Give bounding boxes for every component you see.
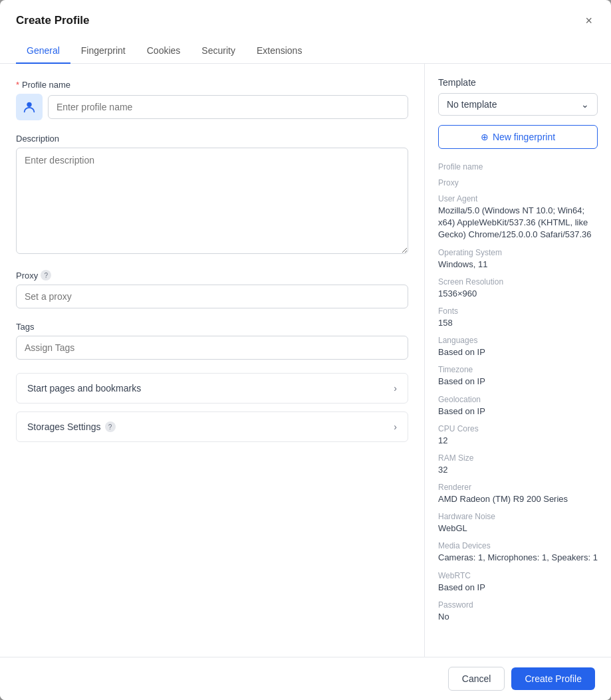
fp-media-devices: Media Devices Cameras: 1, Microphones: 1…	[438, 541, 598, 564]
tab-cookies[interactable]: Cookies	[136, 39, 191, 64]
modal-footer: Cancel Create Profile	[0, 657, 611, 700]
template-label: Template	[438, 77, 598, 88]
template-value: No template	[447, 99, 497, 110]
tags-label: Tags	[16, 322, 408, 332]
start-pages-row[interactable]: Start pages and bookmarks ›	[16, 373, 408, 404]
proxy-help-icon[interactable]: ?	[41, 270, 51, 281]
description-input[interactable]	[16, 148, 408, 254]
modal-body: * Profile name Description	[0, 64, 611, 657]
create-profile-modal: Create Profile × General Fingerprint Coo…	[0, 0, 611, 700]
profile-name-input[interactable]	[48, 95, 408, 119]
new-fingerprint-button[interactable]: ⊕ New fingerprint	[438, 125, 598, 149]
description-label: Description	[16, 134, 408, 144]
fp-password: Password No	[438, 600, 598, 623]
fp-user-agent: User Agent Mozilla/5.0 (Windows NT 10.0;…	[438, 194, 598, 241]
tags-input[interactable]	[16, 336, 408, 360]
fp-profile-name: Profile name	[438, 162, 598, 172]
avatar-icon[interactable]	[16, 94, 43, 120]
description-section: Description	[16, 134, 408, 257]
storages-help-icon[interactable]: ?	[105, 421, 116, 432]
fp-cpu: CPU Cores 12	[438, 424, 598, 447]
fp-ram: RAM Size 32	[438, 453, 598, 476]
storages-settings-row[interactable]: Storages Settings ? ›	[16, 411, 408, 442]
proxy-input[interactable]	[16, 285, 408, 308]
chevron-down-icon: ⌄	[581, 99, 589, 110]
chevron-right-icon: ›	[394, 383, 397, 394]
start-pages-label: Start pages and bookmarks	[27, 383, 141, 394]
fp-hardware-noise: Hardware Noise WebGL	[438, 512, 598, 534]
fp-os: Operating System Windows, 11	[438, 248, 598, 271]
fp-languages: Languages Based on IP	[438, 336, 598, 358]
storages-label: Storages Settings ?	[27, 421, 116, 432]
fp-renderer: Renderer AMD Radeon (TM) R9 200 Series	[438, 483, 598, 505]
modal-title: Create Profile	[16, 14, 90, 27]
fp-timezone: Timezone Based on IP	[438, 365, 598, 388]
profile-name-row	[16, 94, 408, 120]
fp-webrtc: WebRTC Based on IP	[438, 571, 598, 594]
fingerprint-details: Profile name Proxy User Agent Mozilla/5.…	[438, 162, 598, 623]
tabs-bar: General Fingerprint Cookies Security Ext…	[0, 39, 611, 64]
tab-security[interactable]: Security	[191, 39, 246, 64]
svg-point-0	[27, 102, 31, 107]
main-panel: * Profile name Description	[0, 64, 425, 657]
fp-fonts: Fonts 158	[438, 306, 598, 329]
template-select[interactable]: No template ⌄	[438, 93, 598, 116]
create-profile-button[interactable]: Create Profile	[511, 667, 595, 690]
tags-section: Tags	[16, 322, 408, 360]
close-button[interactable]: ×	[582, 12, 595, 29]
fp-geolocation: Geolocation Based on IP	[438, 395, 598, 417]
fp-proxy: Proxy	[438, 178, 598, 187]
proxy-label: Proxy ?	[16, 270, 408, 281]
fp-screen: Screen Resolution 1536×960	[438, 277, 598, 300]
proxy-section: Proxy ?	[16, 270, 408, 308]
profile-name-section: * Profile name	[16, 80, 408, 120]
modal-header: Create Profile ×	[0, 0, 611, 29]
side-panel: Template No template ⌄ ⊕ New fingerprint…	[425, 64, 611, 657]
profile-name-label: * Profile name	[16, 80, 408, 90]
tab-general[interactable]: General	[16, 39, 70, 64]
cancel-button[interactable]: Cancel	[448, 667, 505, 691]
tab-fingerprint[interactable]: Fingerprint	[70, 39, 136, 64]
chevron-right-icon-2: ›	[394, 421, 397, 432]
fingerprint-icon: ⊕	[481, 132, 489, 142]
tab-extensions[interactable]: Extensions	[246, 39, 312, 64]
required-star: *	[16, 80, 19, 90]
